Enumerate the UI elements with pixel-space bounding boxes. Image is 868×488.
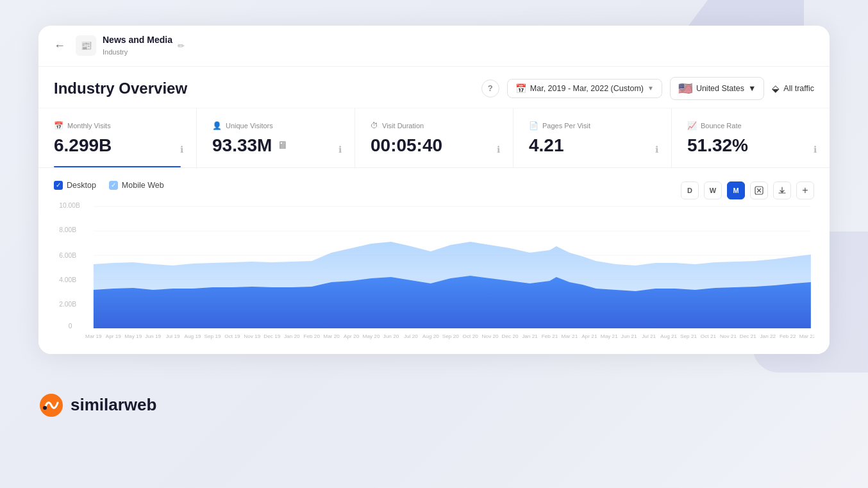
metric-unique-visitors[interactable]: 👤 Unique Visitors 93.33M 🖥 ℹ (197, 108, 355, 167)
country-dropdown-icon: ▼ (748, 84, 756, 93)
calendar-icon: 📅 (515, 83, 526, 94)
breadcrumb-title: News and Media (103, 35, 172, 46)
svg-text:Feb 20: Feb 20 (303, 333, 320, 339)
date-range-button[interactable]: 📅 Mar, 2019 - Mar, 2022 (Custom) ▼ (507, 79, 662, 98)
period-week-button[interactable]: W (704, 181, 722, 199)
back-button[interactable]: ← (54, 39, 65, 53)
svg-text:Oct 20: Oct 20 (463, 333, 479, 339)
svg-text:Aug 19: Aug 19 (185, 333, 202, 339)
svg-text:Jun 21: Jun 21 (621, 333, 637, 339)
svg-text:Jan 20: Jan 20 (284, 333, 300, 339)
metric-label-visit-duration: ⏱ Visit Duration (371, 121, 497, 130)
excel-icon (755, 186, 764, 195)
metric-info-pages-per-visit[interactable]: ℹ (655, 144, 658, 155)
country-button[interactable]: 🇺🇸 United States ▼ (670, 77, 764, 100)
metric-bounce-rate[interactable]: 📈 Bounce Rate 51.32% ℹ (672, 108, 830, 167)
metric-pages-per-visit[interactable]: 📄 Pages Per Visit 4.21 ℹ (513, 108, 672, 167)
svg-text:Aug 21: Aug 21 (660, 333, 678, 339)
traffic-icon: ⬙ (772, 83, 780, 94)
similarweb-name: similarweb (71, 395, 156, 415)
metric-icon-monthly-visits: 📅 (54, 121, 63, 130)
breadcrumb-icon: 📰 (76, 35, 96, 56)
monitor-icon: 🖥 (277, 140, 287, 151)
help-button[interactable]: ? (481, 80, 499, 97)
metric-icon-bounce-rate: 📈 (687, 121, 697, 130)
svg-text:Feb 21: Feb 21 (542, 333, 558, 339)
breadcrumb-text: News and Media Industry (103, 35, 172, 57)
country-label: United States (696, 84, 744, 93)
chart-controls: D W M + (681, 181, 814, 199)
date-dropdown-icon: ▼ (647, 85, 654, 92)
chart-legend: ✓ Desktop ✓ Mobile Web (54, 181, 164, 190)
period-month-button[interactable]: M (727, 181, 745, 199)
legend-desktop[interactable]: ✓ Desktop (54, 181, 96, 190)
page-title-row: Industry Overview ? 📅 Mar, 2019 - Mar, 2… (38, 67, 830, 108)
svg-text:Mar 22: Mar 22 (799, 333, 814, 339)
metric-label-monthly-visits: 📅 Monthly Visits (54, 121, 181, 130)
svg-text:Nov 21: Nov 21 (720, 333, 737, 339)
svg-text:Jul 21: Jul 21 (642, 333, 656, 339)
svg-text:May 21: May 21 (601, 333, 618, 339)
desktop-check-icon: ✓ (54, 181, 63, 190)
metric-value-visit-duration: 00:05:40 (371, 135, 497, 156)
svg-text:8.00B: 8.00B (59, 226, 76, 233)
svg-text:Jun 20: Jun 20 (383, 333, 399, 339)
card-header: ← 📰 News and Media Industry ✏ (38, 26, 830, 67)
export-excel-button[interactable] (750, 181, 768, 199)
svg-text:Jan 22: Jan 22 (760, 333, 776, 339)
svg-text:10.00B: 10.00B (59, 202, 80, 209)
svg-text:Apr 21: Apr 21 (581, 333, 597, 339)
metric-icon-visit-duration: ⏱ (371, 121, 378, 130)
metrics-row: 📅 Monthly Visits 6.299B ℹ 👤 Unique Visit… (38, 108, 830, 168)
svg-text:Oct 21: Oct 21 (701, 333, 717, 339)
metric-value-unique-visitors: 93.33M 🖥 (212, 135, 339, 156)
svg-text:Dec 20: Dec 20 (502, 333, 519, 339)
metric-label-bounce-rate: 📈 Bounce Rate (687, 121, 814, 130)
svg-text:Nov 19: Nov 19 (244, 333, 261, 339)
edit-icon[interactable]: ✏ (178, 41, 185, 51)
metric-info-visit-duration[interactable]: ℹ (497, 144, 500, 155)
metric-icon-unique-visitors: 👤 (212, 121, 222, 130)
title-controls: ? 📅 Mar, 2019 - Mar, 2022 (Custom) ▼ 🇺🇸 … (481, 77, 814, 100)
legend-mobile[interactable]: ✓ Mobile Web (109, 181, 164, 190)
svg-text:Mar 19: Mar 19 (85, 333, 102, 339)
svg-text:Sep 20: Sep 20 (442, 333, 460, 339)
metric-icon-pages-per-visit: 📄 (529, 121, 538, 130)
svg-text:May 20: May 20 (363, 333, 380, 339)
svg-text:Aug 20: Aug 20 (422, 333, 440, 339)
chart-area: ✓ Desktop ✓ Mobile Web D W M (38, 168, 830, 354)
metric-info-bounce-rate[interactable]: ℹ (814, 144, 817, 155)
traffic-button[interactable]: ⬙ All traffic (772, 83, 814, 94)
svg-text:0: 0 (69, 323, 72, 330)
svg-text:Nov 20: Nov 20 (482, 333, 499, 339)
metric-info-monthly-visits[interactable]: ℹ (180, 144, 183, 155)
breadcrumb-subtitle: Industry (103, 48, 128, 56)
svg-text:Sep 19: Sep 19 (204, 333, 221, 339)
metric-value-monthly-visits: 6.299B (54, 135, 181, 156)
metric-info-unique-visitors[interactable]: ℹ (338, 144, 342, 155)
metric-value-pages-per-visit: 4.21 (529, 135, 656, 156)
date-range-label: Mar, 2019 - Mar, 2022 (Custom) (530, 84, 644, 93)
svg-text:Jun 19: Jun 19 (145, 333, 161, 339)
metric-visit-duration[interactable]: ⏱ Visit Duration 00:05:40 ℹ (355, 108, 513, 167)
metric-label-pages-per-visit: 📄 Pages Per Visit (529, 121, 656, 130)
main-card: ← 📰 News and Media Industry ✏ Industry O… (38, 26, 830, 354)
metric-monthly-visits[interactable]: 📅 Monthly Visits 6.299B ℹ (38, 108, 197, 167)
svg-text:Jan 21: Jan 21 (522, 333, 538, 339)
svg-text:Apr 19: Apr 19 (106, 333, 122, 339)
svg-text:Feb 22: Feb 22 (780, 333, 796, 339)
chart-svg: 10.00B 8.00B 6.00B 4.00B 2.00B 0 (54, 200, 814, 341)
svg-text:Oct 19: Oct 19 (224, 333, 240, 339)
metric-value-bounce-rate: 51.32% (687, 135, 814, 156)
svg-text:Apr 20: Apr 20 (344, 333, 360, 339)
svg-text:Dec 21: Dec 21 (740, 333, 757, 339)
legend-mobile-label: Mobile Web (122, 181, 164, 190)
add-chart-button[interactable]: + (796, 181, 814, 199)
chart-legend-row: ✓ Desktop ✓ Mobile Web D W M (54, 181, 814, 200)
svg-text:Mar 21: Mar 21 (562, 333, 578, 339)
download-button[interactable] (773, 181, 791, 199)
svg-text:Sep 21: Sep 21 (680, 333, 697, 339)
flag-icon: 🇺🇸 (678, 81, 692, 96)
similarweb-logo-icon (38, 392, 64, 418)
period-day-button[interactable]: D (681, 181, 699, 199)
